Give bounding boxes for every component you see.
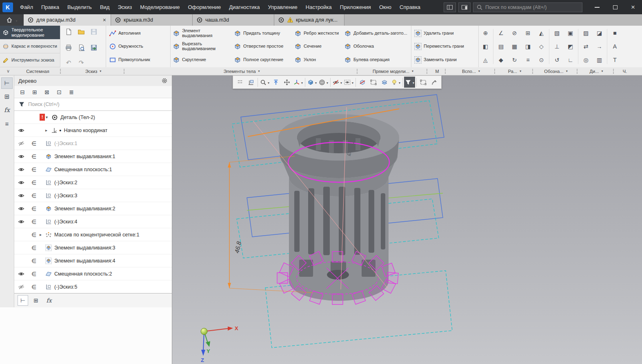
tree-row-detail[interactable]: ! Деталь (Тел-2) [14, 111, 172, 124]
preview-button[interactable] [77, 43, 86, 52]
ribbon-tool-icon[interactable]: ≡ [521, 54, 535, 66]
group-tab-ch[interactable]: Ч. [617, 67, 633, 75]
show-filter-button[interactable] [343, 77, 354, 88]
close-button[interactable]: × [624, 0, 642, 14]
structure-panel-icon[interactable]: ⊞ [1, 91, 13, 102]
tree-row-extrude4[interactable]: Элемент выдавливания:4 [14, 254, 172, 267]
select-frame-button[interactable] [418, 77, 429, 88]
menu-file[interactable]: Файл [16, 0, 37, 14]
menu-view[interactable]: Вид [96, 0, 114, 14]
ribbon-tool-icon[interactable]: ◆ [494, 54, 508, 66]
group-tab-sistemnaya[interactable]: Системная [16, 67, 59, 75]
3d-viewport[interactable]: 46.8 Ø55.1 X Y Z [172, 75, 642, 364]
tree-row-offset-plane2[interactable]: Смещенная плоскость:2 [14, 267, 172, 280]
extrude-button[interactable]: Элемент выдавливания [171, 27, 233, 40]
ribbon-tool-icon[interactable]: ↻ [508, 54, 521, 66]
ribbon-tool-icon[interactable]: ▥ [593, 54, 606, 66]
expand-arrow[interactable] [45, 128, 51, 132]
ribbon-tool-icon[interactable]: ◨ [521, 40, 535, 53]
ribbon-tool-icon[interactable]: ▧ [550, 27, 564, 39]
group-splitter[interactable] [427, 69, 429, 74]
tree-row-sketch2[interactable]: (-)Эскиз:2 [14, 176, 172, 189]
mode-solid-modeling[interactable]: Твердотельное моделирование [0, 26, 60, 40]
ribbon-tool-icon[interactable]: ◩ [564, 40, 577, 53]
shell-button[interactable]: Оболочка [343, 40, 410, 53]
group-splitter[interactable] [494, 69, 497, 74]
tree-row-extrude2[interactable]: Элемент выдавливания:2 [14, 202, 172, 215]
maximize-button[interactable] [606, 0, 624, 14]
rectangle-button[interactable]: Прямоугольник [108, 53, 169, 66]
group-tab-oboznacheniya[interactable]: Обозна... [536, 67, 576, 75]
toolbar-grip-icon[interactable] [235, 77, 245, 88]
mode-sketch-tools[interactable]: Инструменты эскиза [0, 53, 60, 67]
tree-tab-icon[interactable]: ⊢ [18, 295, 28, 306]
save-as-button[interactable] [89, 43, 98, 52]
ribbon-tool-icon[interactable]: ⊞ [521, 27, 535, 39]
pipette-button[interactable] [429, 77, 440, 88]
home-button[interactable] [0, 14, 24, 26]
element-membership-icon[interactable] [28, 140, 40, 147]
tree-layers-icon[interactable]: ≣ [67, 87, 76, 97]
panels-layout-icon[interactable] [458, 2, 471, 12]
group-splitter[interactable] [613, 69, 616, 74]
element-membership-icon[interactable] [28, 271, 40, 277]
element-membership-icon[interactable] [28, 218, 40, 225]
tree-hierarchy-icon[interactable]: ⊞ [30, 87, 40, 97]
delete-faces-button[interactable]: Удалить грани [413, 27, 477, 40]
ribbon-tool-icon[interactable]: ◬ [479, 54, 492, 66]
orientation-button[interactable] [293, 77, 304, 88]
group-tab-eskiz[interactable]: Эскиз [64, 67, 123, 75]
panel-menu-icon[interactable]: ≡ [1, 118, 13, 129]
tab-close-icon[interactable]: × [102, 17, 107, 23]
ribbon-tool-icon[interactable]: ▨ [579, 27, 593, 39]
ribbon-tool-icon[interactable]: T [608, 54, 622, 66]
mode-wireframe-surfaces[interactable]: Каркас и поверхности [0, 40, 60, 53]
expand-arrow[interactable] [46, 115, 51, 119]
element-membership-icon[interactable] [28, 245, 40, 251]
tree-relations-icon[interactable]: ⊠ [42, 87, 52, 97]
thicken-button[interactable]: Придать толщину [233, 27, 293, 40]
ribbon-tool-icon[interactable]: ◎ [579, 54, 593, 66]
variables-tab-icon[interactable]: fx [44, 295, 54, 306]
visibility-eye-icon[interactable] [14, 218, 28, 225]
group-tab-m[interactable]: М [430, 67, 444, 75]
doc-tab-4[interactable]: крышка для лук... [274, 14, 344, 26]
element-membership-icon[interactable] [28, 284, 40, 290]
workspace-layout-icon[interactable] [444, 2, 456, 12]
ribbon-tool-icon[interactable]: ◪ [593, 27, 606, 39]
tree-selection-icon[interactable]: ⊡ [54, 87, 64, 97]
ribbon-tool-icon[interactable]: ⊥ [550, 40, 564, 53]
visibility-eye-icon[interactable] [14, 153, 28, 160]
simple-hole-button[interactable]: Отверстие простое [233, 40, 293, 53]
tree-panel-icon[interactable]: ⊢ [1, 77, 13, 89]
element-membership-icon[interactable] [28, 192, 40, 199]
replace-faces-button[interactable]: Заменить грани [413, 53, 477, 66]
ribbon-tool-icon[interactable]: ↺ [550, 54, 564, 66]
structure-tab-icon[interactable]: ⊞ [31, 295, 41, 306]
group-splitter[interactable] [577, 69, 580, 74]
filter-icon[interactable] [18, 101, 25, 108]
ribbon-tool-icon[interactable]: ∟ [564, 54, 577, 66]
draft-button[interactable]: Уклон [293, 53, 343, 66]
doc-tab-2[interactable]: крышка.m3d [111, 14, 193, 26]
undo-icon[interactable]: ↶ [64, 59, 73, 66]
collapse-ribbon-icon[interactable]: ∨ [0, 68, 16, 74]
menu-diagnostics[interactable]: Диагностика [225, 0, 264, 14]
3d-canvas[interactable]: 46.8 Ø55.1 X Y Z [172, 75, 642, 364]
ribbon-tool-icon[interactable]: ⊘ [508, 27, 521, 39]
element-membership-icon[interactable] [28, 179, 40, 186]
tree-row-sketch5[interactable]: (-)Эскиз:5 [14, 280, 172, 293]
group-tab-elementy-tela[interactable]: Элементы тела [127, 67, 356, 75]
tree-row-sketch4[interactable]: (-)Эскиз:4 [14, 215, 172, 228]
open-document-button[interactable] [77, 27, 86, 36]
tree-row-concentric-array[interactable]: Массив по концентрической сетке:1 [14, 228, 172, 241]
fit-view-button[interactable] [271, 77, 281, 88]
element-membership-icon[interactable] [28, 153, 40, 160]
section-button[interactable]: Сечение [293, 40, 343, 53]
gear-icon[interactable] [161, 77, 168, 84]
tree-row-offset-plane1[interactable]: Смещенная плоскость:1 [14, 163, 172, 176]
tree-search-input[interactable] [28, 101, 168, 107]
element-membership-icon[interactable] [28, 205, 40, 212]
element-membership-icon[interactable] [28, 258, 40, 264]
menu-sketch[interactable]: Эскиз [113, 0, 136, 14]
